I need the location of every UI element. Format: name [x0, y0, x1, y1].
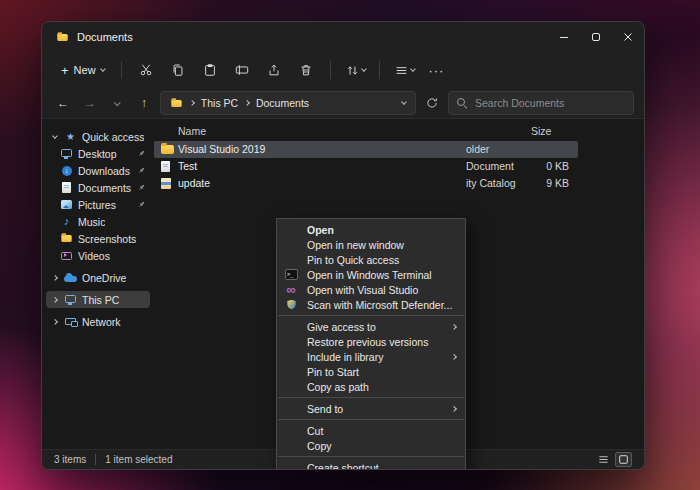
- sidebar-item-onedrive[interactable]: OneDrive: [46, 269, 150, 286]
- this-pc-icon: [65, 295, 76, 303]
- menu-separator: [278, 315, 464, 316]
- chevron-down-icon: [114, 99, 120, 105]
- menu-item-open-with-visual-studio[interactable]: ∞ Open with Visual Studio: [277, 282, 465, 297]
- paste-icon: [203, 63, 217, 77]
- menu-item-open[interactable]: Open: [277, 222, 465, 237]
- content-area: ★ Quick access Desktop Downloads Documen…: [42, 118, 644, 449]
- file-explorer-window: Documents + New: [41, 21, 645, 470]
- sidebar-item-quick-access[interactable]: ★ Quick access: [46, 128, 150, 145]
- sidebar-item-downloads[interactable]: Downloads: [46, 162, 150, 179]
- cut-button[interactable]: [132, 56, 160, 84]
- menu-item-give-access-to[interactable]: Give access to: [277, 319, 465, 334]
- rename-button[interactable]: [228, 56, 256, 84]
- new-button[interactable]: + New: [52, 59, 113, 81]
- pictures-icon: [61, 200, 72, 209]
- chevron-down-icon: [361, 66, 366, 71]
- pin-icon: [137, 166, 146, 175]
- more-icon: ···: [428, 63, 444, 78]
- breadcrumb-documents[interactable]: Documents: [256, 97, 309, 109]
- sidebar-item-videos[interactable]: Videos: [46, 247, 150, 264]
- sidebar-item-this-pc[interactable]: This PC: [46, 291, 150, 308]
- sort-button[interactable]: [341, 56, 369, 84]
- file-name: update: [178, 177, 210, 189]
- share-button[interactable]: [260, 56, 288, 84]
- window-folder-icon: [57, 33, 67, 40]
- menu-item-cut[interactable]: Cut: [277, 423, 465, 438]
- paste-button[interactable]: [196, 56, 224, 84]
- more-options-button[interactable]: ···: [422, 56, 450, 84]
- menu-item-copy-as-path[interactable]: Copy as path: [277, 379, 465, 394]
- large-icons-view-button[interactable]: [615, 452, 632, 467]
- minimize-button[interactable]: [548, 22, 580, 52]
- sidebar-item-music[interactable]: ♪ Music: [46, 213, 150, 230]
- back-button[interactable]: ←: [52, 92, 74, 114]
- expand-chevron-icon[interactable]: [52, 275, 57, 280]
- close-icon: [623, 32, 633, 42]
- defender-shield-icon: [286, 299, 297, 310]
- column-header-size[interactable]: Size: [531, 125, 551, 137]
- menu-item-label: Pin to Start: [307, 366, 359, 378]
- share-icon: [267, 63, 281, 77]
- menu-separator: [278, 397, 464, 398]
- copy-button[interactable]: [164, 56, 192, 84]
- view-button[interactable]: [390, 56, 418, 84]
- file-name: Visual Studio 2019: [178, 143, 265, 155]
- sidebar-item-pictures[interactable]: Pictures: [46, 196, 150, 213]
- expand-chevron-icon[interactable]: [52, 133, 57, 138]
- file-row-test[interactable]: Test Document 0 KB: [154, 158, 578, 175]
- scissors-icon: [139, 63, 153, 77]
- menu-item-include-in-library[interactable]: Include in library: [277, 349, 465, 364]
- network-icon: [65, 318, 76, 325]
- delete-button[interactable]: [292, 56, 320, 84]
- search-input[interactable]: [473, 96, 625, 110]
- close-button[interactable]: [612, 22, 644, 52]
- large-icons-view-icon: [618, 454, 629, 465]
- sort-icon: [346, 64, 359, 77]
- menu-item-send-to[interactable]: Send to: [277, 401, 465, 416]
- forward-button[interactable]: →: [79, 92, 101, 114]
- file-row-update[interactable]: update ity Catalog 9 KB: [154, 175, 578, 192]
- window-title: Documents: [77, 31, 133, 43]
- sidebar-item-network[interactable]: Network: [46, 313, 150, 330]
- sidebar-item-screenshots[interactable]: Screenshots: [46, 230, 150, 247]
- menu-item-scan-with-microsoft-defender[interactable]: Scan with Microsoft Defender...: [277, 297, 465, 312]
- up-button[interactable]: ↑: [133, 92, 155, 114]
- breadcrumb[interactable]: This PC Documents: [160, 91, 416, 115]
- sidebar-item-label: Desktop: [78, 148, 117, 160]
- breadcrumb-separator-icon: [244, 100, 249, 105]
- view-toggles: [595, 452, 632, 467]
- file-type: Document: [466, 160, 514, 172]
- search-box[interactable]: [448, 91, 634, 115]
- toolbar-separator: [379, 61, 380, 79]
- menu-separator: [278, 456, 464, 457]
- trash-icon: [299, 63, 313, 77]
- column-header-name[interactable]: Name: [178, 125, 206, 137]
- expand-chevron-icon[interactable]: [52, 297, 57, 302]
- documents-icon: [62, 182, 71, 193]
- menu-item-pin-to-quick-access[interactable]: Pin to Quick access: [277, 252, 465, 267]
- details-view-button[interactable]: [595, 452, 612, 467]
- menu-item-open-in-windows-terminal[interactable]: >_ Open in Windows Terminal: [277, 267, 465, 282]
- menu-item-create-shortcut[interactable]: Create shortcut: [277, 460, 465, 470]
- sidebar-item-documents[interactable]: Documents: [46, 179, 150, 196]
- menu-item-label: Open: [307, 224, 334, 236]
- sidebar-item-label: Quick access: [82, 131, 144, 143]
- menu-item-label: Open in Windows Terminal: [307, 269, 432, 281]
- file-row-visual-studio-2019[interactable]: Visual Studio 2019 older: [154, 141, 578, 158]
- breadcrumb-this-pc[interactable]: This PC: [201, 97, 238, 109]
- menu-item-label: Copy as path: [307, 381, 369, 393]
- sidebar-item-desktop[interactable]: Desktop: [46, 145, 150, 162]
- menu-item-restore-previous-versions[interactable]: Restore previous versions: [277, 334, 465, 349]
- expand-chevron-icon[interactable]: [52, 319, 57, 324]
- status-divider: [95, 454, 96, 465]
- address-dropdown-icon[interactable]: [401, 99, 406, 104]
- maximize-button[interactable]: [580, 22, 612, 52]
- recent-locations-button[interactable]: [106, 92, 128, 114]
- menu-item-pin-to-start[interactable]: Pin to Start: [277, 364, 465, 379]
- refresh-button[interactable]: [421, 92, 443, 114]
- file-size: 9 KB: [531, 177, 569, 189]
- copy-icon: [171, 63, 185, 77]
- menu-item-open-in-new-window[interactable]: Open in new window: [277, 237, 465, 252]
- windows-terminal-icon: >_: [285, 269, 298, 280]
- menu-item-copy[interactable]: Copy: [277, 438, 465, 453]
